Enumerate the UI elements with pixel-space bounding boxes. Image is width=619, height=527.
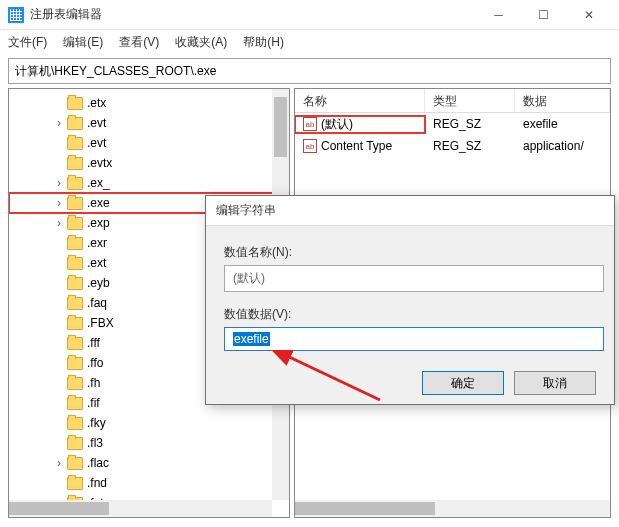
tree-item-label: .exe: [87, 196, 110, 210]
tree-hscroll[interactable]: [9, 500, 272, 517]
address-bar[interactable]: 计算机\HKEY_CLASSES_ROOT\.exe: [8, 58, 611, 84]
tree-item[interactable]: .fky: [9, 413, 289, 433]
folder-icon: [67, 377, 83, 390]
ok-button[interactable]: 确定: [422, 371, 504, 395]
app-icon: [8, 7, 24, 23]
folder-icon: [67, 177, 83, 190]
tree-item-label: .ext: [87, 256, 106, 270]
dialog-title: 编辑字符串: [206, 196, 614, 226]
tree-item[interactable]: .fnd: [9, 473, 289, 493]
menu-file[interactable]: 文件(F): [8, 34, 47, 51]
tree-item-label: .evtx: [87, 156, 112, 170]
folder-icon: [67, 317, 83, 330]
tree-item-label: .evt: [87, 136, 106, 150]
close-button[interactable]: ✕: [566, 0, 611, 30]
tree-item-label: .fky: [87, 416, 106, 430]
cancel-button[interactable]: 取消: [514, 371, 596, 395]
tree-item-label: .fh: [87, 376, 100, 390]
tree-item[interactable]: .fl3: [9, 433, 289, 453]
folder-icon: [67, 197, 83, 210]
tree-item-label: .eyb: [87, 276, 110, 290]
titlebar: 注册表编辑器 ─ ☐ ✕: [0, 0, 619, 30]
chevron-right-icon[interactable]: ›: [53, 176, 65, 190]
folder-icon: [67, 217, 83, 230]
folder-icon: [67, 397, 83, 410]
value-name-field: (默认): [224, 265, 604, 292]
tree-item[interactable]: .evt: [9, 133, 289, 153]
folder-icon: [67, 417, 83, 430]
tree-item-label: .fif: [87, 396, 100, 410]
list-row[interactable]: abContent TypeREG_SZapplication/: [295, 135, 610, 157]
chevron-right-icon[interactable]: ›: [53, 456, 65, 470]
menu-help[interactable]: 帮助(H): [243, 34, 284, 51]
value-name-label: 数值名称(N):: [224, 244, 596, 261]
string-value-icon: ab: [303, 117, 317, 131]
tree-item-label: .fl3: [87, 436, 103, 450]
tree-item[interactable]: .evtx: [9, 153, 289, 173]
menubar: 文件(F) 编辑(E) 查看(V) 收藏夹(A) 帮助(H): [0, 30, 619, 54]
tree-item-label: .fff: [87, 336, 100, 350]
chevron-right-icon[interactable]: ›: [53, 216, 65, 230]
window-title: 注册表编辑器: [30, 6, 476, 23]
tree-item-label: .evt: [87, 116, 106, 130]
folder-icon: [67, 337, 83, 350]
menu-view[interactable]: 查看(V): [119, 34, 159, 51]
folder-icon: [67, 437, 83, 450]
tree-item-label: .ex_: [87, 176, 110, 190]
folder-icon: [67, 97, 83, 110]
folder-icon: [67, 157, 83, 170]
folder-icon: [67, 137, 83, 150]
window-buttons: ─ ☐ ✕: [476, 0, 611, 30]
list-hscroll-thumb[interactable]: [295, 502, 435, 515]
folder-icon: [67, 117, 83, 130]
chevron-right-icon[interactable]: ›: [53, 196, 65, 210]
tree-item-label: .flac: [87, 456, 109, 470]
tree-item[interactable]: ›.evt: [9, 113, 289, 133]
value-type: REG_SZ: [425, 117, 515, 131]
value-data-input[interactable]: exefile: [224, 327, 604, 351]
tree-item-label: .exp: [87, 216, 110, 230]
tree-item-label: .faq: [87, 296, 107, 310]
value-name: Content Type: [321, 139, 392, 153]
tree-item-label: .exr: [87, 236, 107, 250]
folder-icon: [67, 477, 83, 490]
tree-item-label: .ffo: [87, 356, 103, 370]
tree-item-label: .etx: [87, 96, 106, 110]
folder-icon: [67, 277, 83, 290]
list-hscroll[interactable]: [295, 500, 610, 517]
minimize-button[interactable]: ─: [476, 0, 521, 30]
value-data: exefile: [515, 117, 610, 131]
folder-icon: [67, 237, 83, 250]
menu-edit[interactable]: 编辑(E): [63, 34, 103, 51]
list-row[interactable]: ab(默认)REG_SZexefile: [295, 113, 610, 135]
tree-item-label: .FBX: [87, 316, 114, 330]
value-name: (默认): [321, 116, 353, 133]
col-name[interactable]: 名称: [295, 89, 425, 112]
folder-icon: [67, 257, 83, 270]
chevron-right-icon[interactable]: ›: [53, 116, 65, 130]
value-type: REG_SZ: [425, 139, 515, 153]
menu-favorites[interactable]: 收藏夹(A): [175, 34, 227, 51]
list-header: 名称 类型 数据: [295, 89, 610, 113]
address-text: 计算机\HKEY_CLASSES_ROOT\.exe: [15, 63, 216, 80]
tree-item[interactable]: ›.flac: [9, 453, 289, 473]
tree-item[interactable]: ›.ex_: [9, 173, 289, 193]
tree-item[interactable]: .etx: [9, 93, 289, 113]
tree-item-label: .fnd: [87, 476, 107, 490]
value-data-label: 数值数据(V):: [224, 306, 596, 323]
string-value-icon: ab: [303, 139, 317, 153]
col-data[interactable]: 数据: [515, 89, 610, 112]
folder-icon: [67, 357, 83, 370]
tree-hscroll-thumb[interactable]: [9, 502, 109, 515]
folder-icon: [67, 297, 83, 310]
tree-vscroll-thumb[interactable]: [274, 97, 287, 157]
edit-string-dialog: 编辑字符串 数值名称(N): (默认) 数值数据(V): exefile 确定 …: [205, 195, 615, 405]
maximize-button[interactable]: ☐: [521, 0, 566, 30]
col-type[interactable]: 类型: [425, 89, 515, 112]
folder-icon: [67, 457, 83, 470]
value-data: application/: [515, 139, 610, 153]
